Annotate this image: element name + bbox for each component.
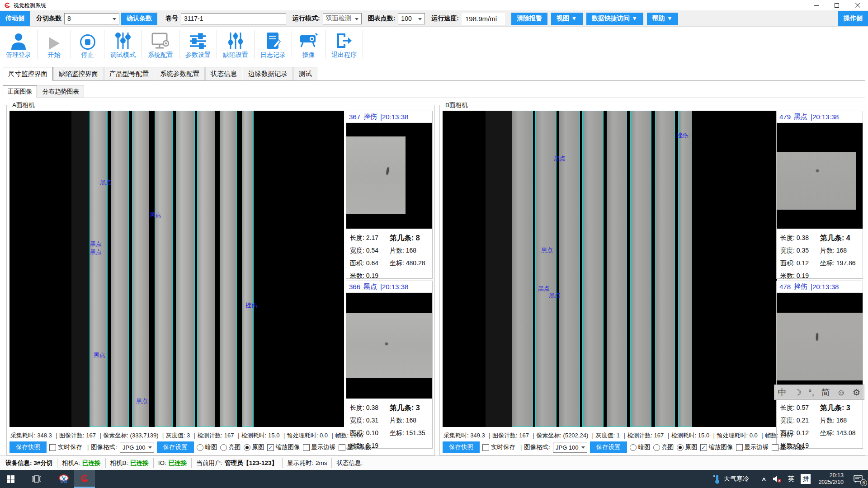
show-count-checkbox[interactable] <box>339 444 345 451</box>
tab-test[interactable]: 测试 <box>293 67 317 80</box>
save-snapshot-button[interactable]: 保存快照 <box>9 441 47 453</box>
vision-app-taskbar-button[interactable] <box>74 470 95 488</box>
parameter-settings-button[interactable]: 参数设置 <box>179 30 217 59</box>
subtab-front-image[interactable]: 正面图像 <box>3 85 37 98</box>
tab-system-param-config[interactable]: 系统参数配置 <box>155 67 205 80</box>
clock[interactable]: 20:13 2025/2/10 <box>814 472 848 486</box>
web-edge-shade <box>71 111 90 427</box>
tab-edge-data-record[interactable]: 边缘数据记录 <box>243 67 293 80</box>
original-image-radio[interactable] <box>677 444 684 451</box>
snipping-tool-button[interactable] <box>53 470 74 488</box>
run-mode-select[interactable]: 双面检测 <box>323 13 362 24</box>
sub-tab-strip: 正面图像 分布趋势图表 <box>3 85 865 98</box>
tab-product-model-config[interactable]: 产品型号配置 <box>104 67 154 80</box>
chart-points-select[interactable]: 100 <box>398 13 425 24</box>
gear-icon[interactable] <box>853 388 860 397</box>
admin-login-button[interactable]: 管理登录 <box>0 30 38 59</box>
image-format-label: ｜图像格式: <box>85 443 117 451</box>
defect-type: 黑点 <box>794 113 807 121</box>
logbook-pencil-icon <box>265 31 281 50</box>
bright-image-radio[interactable] <box>653 444 660 451</box>
camera-a-image[interactable]: 黑点 黑点 黑点 黑点 挫伤 黑点 黑点 <box>9 111 344 427</box>
camera-b-image[interactable]: 挫伤 黑点 黑点 黑点 黑点 <box>443 111 777 427</box>
exit-program-button[interactable]: 退出程序 <box>326 30 363 59</box>
tab-defect-monitor[interactable]: 缺陷监控界面 <box>53 67 104 80</box>
system-config-button[interactable]: 系统配置 <box>142 30 179 59</box>
original-image-radio[interactable] <box>244 444 250 451</box>
zoom-image-checkbox[interactable] <box>267 444 274 451</box>
log-record-button[interactable]: 日志记录 <box>255 30 292 59</box>
operate-side-button[interactable]: 操作侧 <box>838 11 868 26</box>
weather-widget[interactable]: 天气寒冷 <box>710 470 752 488</box>
save-settings-button[interactable]: 保存设置 <box>157 441 194 453</box>
app-logo-icon <box>4 2 11 9</box>
ime-mode-indicator[interactable]: 拼 <box>797 470 814 488</box>
play-icon <box>49 31 60 50</box>
camera-b-conn-label: 相机B: <box>110 459 128 467</box>
defect-info: 长度: 2.17第几条: 8 宽度: 0.54片数: 168 面积: 0.64坐… <box>346 229 432 282</box>
ime-punctuation-toggle[interactable]: °, <box>808 388 814 397</box>
realtime-save-checkbox[interactable] <box>482 444 489 451</box>
view-menu-button[interactable]: 视图 ▼ <box>551 13 583 25</box>
defect-card[interactable]: 366 黑点 |20:13:38 长度: 0.38第几条: 3 宽度: 0.31… <box>346 281 433 449</box>
chevron-down-icon <box>113 18 116 20</box>
tray-expand-button[interactable]: ∧ <box>759 470 769 488</box>
dark-image-radio[interactable] <box>197 444 203 451</box>
notification-badge: 6 <box>860 479 867 486</box>
save-settings-button[interactable]: 保存设置 <box>590 441 627 453</box>
stop-button[interactable]: 停止 <box>71 30 104 59</box>
bright-image-radio[interactable] <box>220 444 227 451</box>
device-info: 设备信息: 3#分切 <box>5 459 52 467</box>
io-conn-label: IO: <box>158 460 166 466</box>
camera-a-conn-label: 相机A: <box>62 459 80 467</box>
image-format-select[interactable]: JPG 100 <box>120 442 154 453</box>
current-user-label: 当前用户: <box>196 459 222 467</box>
data-quick-access-button[interactable]: 数据快捷访问 ▼ <box>586 13 643 25</box>
close-button[interactable] <box>847 0 868 11</box>
ime-charset-toggle[interactable]: 简 <box>821 388 830 397</box>
restore-button[interactable] <box>826 0 847 11</box>
minimize-button[interactable] <box>806 0 826 11</box>
defect-settings-button[interactable]: 缺陷设置 <box>217 30 255 59</box>
camera-b-conn-status: 已连接 <box>130 459 149 467</box>
minimize-icon <box>814 5 819 6</box>
show-count-checkbox[interactable] <box>772 444 778 451</box>
tab-size-monitor[interactable]: 尺寸监控界面 <box>3 67 53 81</box>
dark-image-radio[interactable] <box>630 444 637 451</box>
emoji-icon[interactable] <box>837 388 845 397</box>
close-icon <box>855 3 860 8</box>
show-edge-checkbox[interactable] <box>303 444 310 451</box>
help-menu-button[interactable]: 帮助 ▼ <box>647 13 679 25</box>
camera-a-stats: 采集耗时: 348.3 ｜图像计数: 167 ｜像素坐标: (333,7139)… <box>10 432 343 440</box>
confirm-count-button[interactable]: 确认条数 <box>121 13 157 25</box>
tab-status-info[interactable]: 状态信息 <box>205 67 242 80</box>
moon-icon[interactable] <box>793 388 801 397</box>
image-format-select[interactable]: JPG 100 <box>553 442 587 453</box>
language-indicator[interactable]: 英 <box>784 470 797 488</box>
zoom-image-checkbox[interactable] <box>700 444 707 451</box>
task-view-button[interactable] <box>26 470 47 488</box>
realtime-save-checkbox[interactable] <box>49 444 56 451</box>
defect-card[interactable]: 479 黑点 |20:13:38 长度: 0.38第几条: 4 宽度: 0.35… <box>776 111 863 279</box>
capture-button[interactable]: 摄像 <box>292 30 326 59</box>
volume-button[interactable] <box>769 470 784 488</box>
save-snapshot-button[interactable]: 保存快照 <box>443 441 480 453</box>
roll-number-input[interactable]: 3117-1 <box>181 13 286 24</box>
defect-card[interactable]: 478 挫伤 |20:13:38 长度: 0.57第几条: 3 宽度: 0.21… <box>776 281 863 449</box>
split-count-select[interactable]: 8 <box>64 13 119 24</box>
start-button[interactable] <box>0 470 21 488</box>
defect-type: 挫伤 <box>363 113 377 121</box>
drive-side-button[interactable]: 传动侧 <box>0 11 30 26</box>
strip-outline <box>582 111 604 427</box>
show-edge-checkbox[interactable] <box>736 444 743 451</box>
defect-label: 黑点 <box>90 248 102 256</box>
ime-lang-toggle[interactable]: 中 <box>778 388 787 397</box>
start-button[interactable]: 开始 <box>38 30 71 59</box>
chevron-down-icon <box>581 446 585 449</box>
defect-card[interactable]: 367 挫伤 |20:13:38 长度: 2.17第几条: 8 宽度: 0.54… <box>346 111 433 279</box>
action-center-button[interactable]: 6 <box>848 470 868 488</box>
debug-mode-button[interactable]: 调试模式 <box>104 30 142 59</box>
app-status-bar: 设备信息: 3#分切 相机A:已连接 相机B:已连接 IO:已连接 当前用户:管… <box>0 455 868 470</box>
clear-alarm-button[interactable]: 清除报警 <box>511 13 547 25</box>
subtab-distribution-chart[interactable]: 分布趋势图表 <box>38 85 84 98</box>
